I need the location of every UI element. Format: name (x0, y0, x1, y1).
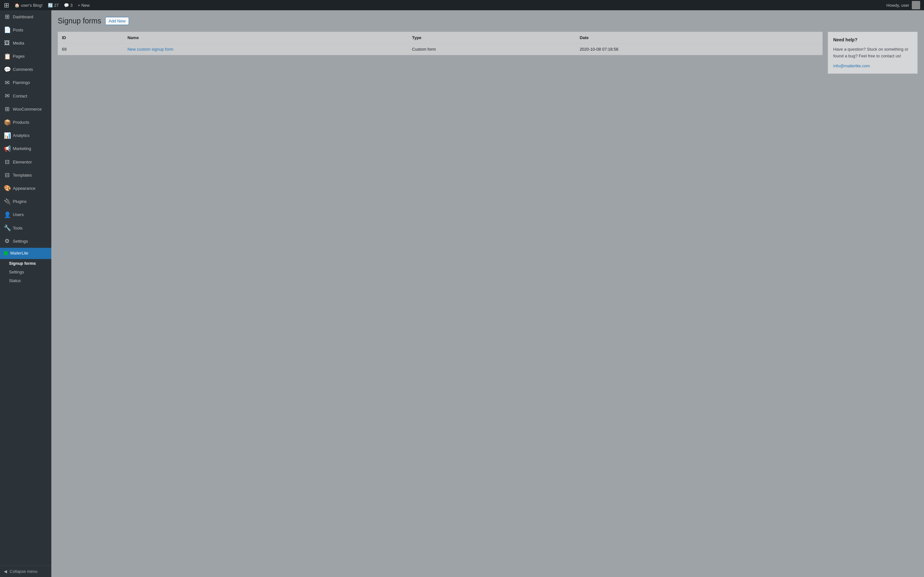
sidebar-label-pages: Pages (13, 53, 25, 59)
table-row: 69 New custom signup form Custom form 20… (58, 44, 822, 55)
collapse-menu-button[interactable]: ◀ Collapse menu (0, 566, 51, 577)
media-icon: 🖼 (4, 39, 10, 47)
comments-icon: 💬 (64, 3, 69, 8)
sidebar-label-dashboard: Dashboard (13, 14, 33, 20)
appearance-icon: 🎨 (4, 184, 10, 192)
admin-bar: ⊞ 🏠 user's Blog! 🔄 27 💬 3 + New Howdy, u… (0, 0, 924, 10)
sidebar-item-posts[interactable]: 📄 Posts (0, 23, 51, 37)
main-content: Signup forms Add New ID Name Type Date (51, 10, 924, 577)
plugins-icon: 🔌 (4, 198, 10, 206)
sidebar-item-woocommerce[interactable]: ⊞ WooCommerce (0, 103, 51, 116)
form-link[interactable]: New custom signup form (128, 47, 173, 52)
sidebar-label-users: Users (13, 212, 24, 218)
sidebar-label-analytics: Analytics (13, 133, 29, 139)
content-row: ID Name Type Date 69 New custom signup f… (58, 32, 918, 74)
sidebar-item-mailerlite[interactable]: MailerLite (0, 248, 51, 259)
sidebar-item-analytics[interactable]: 📊 Analytics (0, 129, 51, 142)
contact-icon: ✉ (4, 92, 10, 100)
sidebar-label-flamingo: Flamingo (13, 80, 30, 85)
admin-bar-right: Howdy, user (887, 1, 920, 9)
sidebar-item-elementor[interactable]: ⊟ Elementor (0, 155, 51, 169)
new-item[interactable]: + New (78, 3, 89, 8)
sidebar-label-templates: Templates (13, 172, 32, 178)
sidebar-item-contact[interactable]: ✉ Contact (0, 89, 51, 103)
col-header-date: Date (576, 32, 822, 44)
cell-name: New custom signup form (124, 44, 408, 55)
marketing-icon: 📢 (4, 145, 10, 153)
collapse-label: Collapse menu (10, 569, 37, 574)
pages-icon: 📋 (4, 53, 10, 61)
submenu-label-signup-forms: Signup forms (9, 261, 36, 266)
cell-date: 2020-10-08 07:18:58 (576, 44, 822, 55)
collapse-icon: ◀ (4, 569, 7, 574)
sidebar-item-plugins[interactable]: 🔌 Plugins (0, 195, 51, 208)
forms-table-container: ID Name Type Date 69 New custom signup f… (58, 32, 822, 55)
mailerlite-badge-icon (4, 251, 8, 255)
sidebar-item-tools[interactable]: 🔧 Tools (0, 221, 51, 235)
sidebar-submenu-signup-forms[interactable]: Signup forms (0, 259, 51, 268)
cell-id: 69 (58, 44, 124, 55)
submenu-label-ml-status: Status (9, 278, 21, 283)
avatar[interactable] (912, 1, 920, 9)
updates-item[interactable]: 🔄 27 (48, 3, 59, 8)
updates-icon: 🔄 (48, 3, 53, 8)
site-name[interactable]: 🏠 user's Blog! (15, 3, 43, 8)
sidebar-label-appearance: Appearance (13, 185, 35, 191)
help-box-title: Need help? (833, 37, 912, 42)
analytics-icon: 📊 (4, 132, 10, 140)
sidebar-item-products[interactable]: 📦 Products (0, 116, 51, 129)
help-box-email-link[interactable]: info@mailerlite.com (833, 63, 870, 68)
sidebar-label-products: Products (13, 119, 29, 125)
sidebar-item-comments[interactable]: 💬 Comments (0, 63, 51, 76)
wp-logo-icon[interactable]: ⊞ (4, 1, 9, 9)
sidebar-label-mailerlite: MailerLite (10, 250, 28, 256)
sidebar-label-plugins: Plugins (13, 199, 27, 205)
users-icon: 👤 (4, 211, 10, 219)
sidebar-label-posts: Posts (13, 27, 23, 33)
comments-icon: 💬 (4, 66, 10, 74)
sidebar-label-tools: Tools (13, 226, 23, 231)
woocommerce-icon: ⊞ (4, 105, 10, 113)
tools-icon: 🔧 (4, 224, 10, 232)
page-header: Signup forms Add New (58, 17, 918, 25)
products-icon: 📦 (4, 119, 10, 127)
sidebar-label-marketing: Marketing (13, 146, 31, 152)
sidebar-submenu-ml-status[interactable]: Status (0, 276, 51, 285)
sidebar-item-appearance[interactable]: 🎨 Appearance (0, 182, 51, 195)
forms-table: ID Name Type Date 69 New custom signup f… (58, 32, 822, 55)
sidebar-label-settings: Settings (13, 239, 28, 244)
comments-item[interactable]: 💬 3 (64, 3, 73, 8)
settings-icon: ⚙ (4, 237, 10, 245)
sidebar-item-users[interactable]: 👤 Users (0, 208, 51, 221)
sidebar-label-woocommerce: WooCommerce (13, 106, 42, 112)
col-header-name: Name (124, 32, 408, 44)
sidebar: ⊞ Dashboard 📄 Posts 🖼 Media 📋 Pages 💬 Co… (0, 10, 51, 577)
sidebar-item-flamingo[interactable]: ✉ Flamingo (0, 76, 51, 89)
sidebar-label-media: Media (13, 40, 24, 46)
sidebar-item-pages[interactable]: 📋 Pages (0, 50, 51, 63)
page-title: Signup forms (58, 17, 102, 25)
help-box: Need help? Have a question? Stuck on som… (828, 32, 918, 74)
cell-type: Custom form (408, 44, 575, 55)
sidebar-submenu-ml-settings[interactable]: Settings (0, 268, 51, 276)
sidebar-item-templates[interactable]: ⊟ Templates (0, 169, 51, 182)
sidebar-label-elementor: Elementor (13, 159, 32, 165)
sidebar-item-settings[interactable]: ⚙ Settings (0, 235, 51, 248)
col-header-id: ID (58, 32, 124, 44)
sidebar-item-marketing[interactable]: 📢 Marketing (0, 142, 51, 155)
templates-icon: ⊟ (4, 171, 10, 179)
greeting-text: Howdy, user (887, 3, 909, 8)
add-new-button[interactable]: Add New (105, 17, 129, 25)
sidebar-item-dashboard[interactable]: ⊞ Dashboard (0, 10, 51, 23)
home-icon: 🏠 (15, 3, 19, 8)
dashboard-icon: ⊞ (4, 13, 10, 21)
sidebar-item-media[interactable]: 🖼 Media (0, 37, 51, 50)
help-box-text: Have a question? Stuck on something or f… (833, 46, 912, 60)
sidebar-label-comments: Comments (13, 67, 33, 73)
posts-icon: 📄 (4, 26, 10, 34)
col-header-type: Type (408, 32, 575, 44)
flamingo-icon: ✉ (4, 79, 10, 87)
elementor-icon: ⊟ (4, 158, 10, 166)
submenu-label-ml-settings: Settings (9, 269, 24, 274)
sidebar-label-contact: Contact (13, 93, 27, 99)
